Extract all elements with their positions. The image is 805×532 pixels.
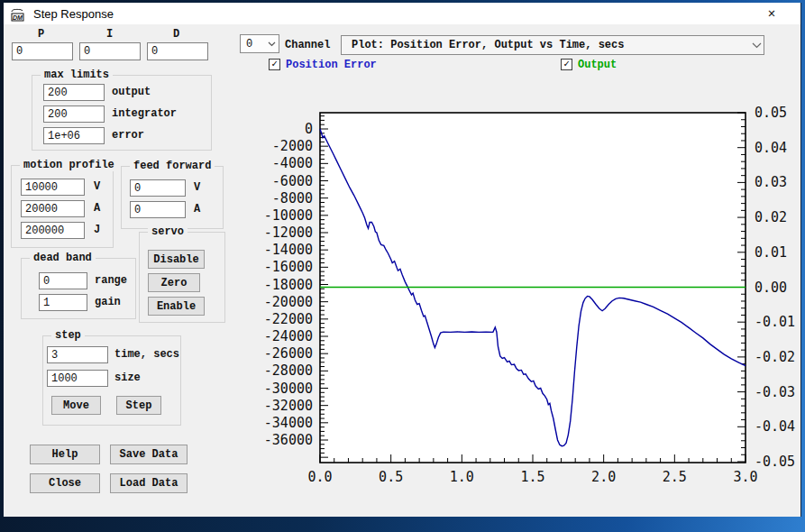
channel-label: Channel [285, 39, 330, 51]
dead-band-gain-input[interactable] [39, 294, 87, 311]
move-button[interactable]: Move [51, 396, 101, 415]
position-error-label: Position Error [286, 59, 377, 71]
svg-text:-22000: -22000 [264, 311, 313, 327]
svg-text:-10000: -10000 [264, 207, 313, 224]
close-icon[interactable]: ✕ [755, 3, 788, 24]
svg-text:0.02: 0.02 [755, 209, 787, 225]
ff-acceleration-label: A [194, 203, 200, 216]
svg-text:2.0: 2.0 [591, 469, 616, 485]
step-time-label: time, secs [114, 348, 179, 361]
max-output-label: output [112, 86, 151, 98]
d-input[interactable] [147, 42, 208, 60]
svg-text:0.00: 0.00 [755, 280, 787, 296]
svg-text:-2000: -2000 [272, 138, 313, 154]
servo-enable-button[interactable]: Enable [148, 297, 205, 316]
acceleration-input[interactable] [21, 200, 85, 217]
svg-text:-4000: -4000 [272, 155, 313, 171]
p-input[interactable] [12, 42, 73, 60]
feed-forward-group: feed forward [121, 166, 224, 229]
svg-text:3.0: 3.0 [733, 469, 757, 485]
plot-select[interactable]: Plot: Position Error, Output vs Time, se… [341, 35, 764, 55]
help-button[interactable]: Help [30, 445, 100, 464]
svg-text:1.5: 1.5 [520, 469, 544, 485]
svg-text:-16000: -16000 [264, 259, 313, 275]
save-data-button[interactable]: Save Data [110, 445, 188, 464]
step-button[interactable]: Step [116, 396, 161, 415]
svg-text:0.05: 0.05 [755, 105, 787, 121]
window-title: Step Response [33, 7, 114, 21]
svg-text:0.04: 0.04 [755, 140, 787, 156]
chevron-down-icon [749, 42, 764, 49]
svg-text:-14000: -14000 [264, 242, 313, 258]
max-error-label: error [112, 129, 144, 142]
i-input[interactable] [79, 42, 141, 60]
output-label: Output [578, 59, 617, 71]
svg-text:-24000: -24000 [264, 328, 313, 344]
svg-text:0.03: 0.03 [755, 174, 787, 190]
max-integrator-label: integrator [112, 107, 177, 120]
svg-text:-30000: -30000 [264, 381, 313, 397]
ff-acceleration-input[interactable] [130, 201, 186, 218]
chevron-down-icon [264, 41, 279, 47]
svg-text:-34000: -34000 [264, 415, 313, 431]
velocity-input[interactable] [21, 179, 85, 196]
svg-text:-0.02: -0.02 [755, 349, 795, 365]
step-size-input[interactable] [47, 370, 108, 387]
i-label: I [106, 28, 113, 41]
load-data-button[interactable]: Load Data [110, 473, 188, 493]
svg-text:0.5: 0.5 [379, 469, 403, 485]
svg-text:-26000: -26000 [264, 345, 313, 362]
ff-velocity-input[interactable] [130, 179, 186, 197]
svg-text:1.0: 1.0 [450, 469, 474, 485]
svg-text:-0.01: -0.01 [755, 314, 795, 330]
position-error-checkbox[interactable]: ✓ [269, 59, 280, 70]
svg-text:-36000: -36000 [264, 432, 313, 448]
svg-text:-12000: -12000 [264, 225, 313, 241]
servo-zero-button[interactable]: Zero [148, 273, 200, 292]
jerk-label: J [94, 224, 100, 236]
step-response-chart: 0-2000-4000-6000-8000-10000-12000-14000-… [252, 90, 802, 494]
svg-text:0: 0 [305, 121, 313, 137]
svg-text:-20000: -20000 [264, 294, 313, 310]
dead-band-range-input[interactable] [39, 272, 87, 289]
svg-text:-0.03: -0.03 [755, 384, 795, 400]
servo-disable-button[interactable]: Disable [148, 250, 205, 269]
p-label: P [38, 28, 44, 41]
svg-text:2.5: 2.5 [663, 469, 687, 485]
svg-text:-28000: -28000 [264, 362, 313, 379]
app-icon: DM [10, 6, 25, 22]
dead-band-gain-label: gain [95, 296, 121, 308]
step-size-label: size [114, 371, 141, 384]
dead-band-range-label: range [95, 274, 127, 287]
acceleration-label: A [94, 202, 100, 215]
close-button[interactable]: Close [30, 473, 100, 493]
svg-text:-32000: -32000 [264, 398, 313, 414]
svg-text:0.0: 0.0 [307, 469, 332, 485]
max-error-input[interactable] [43, 127, 105, 144]
ff-velocity-label: V [194, 181, 200, 194]
output-checkbox[interactable]: ✓ [561, 59, 572, 70]
svg-text:-6000: -6000 [272, 173, 313, 189]
svg-text:-0.05: -0.05 [755, 454, 795, 470]
desktop: { "window": { "title": "Step Response", … [0, 0, 805, 532]
svg-text:DM: DM [13, 14, 23, 20]
max-output-input[interactable] [43, 84, 105, 101]
svg-text:0.01: 0.01 [755, 244, 787, 261]
svg-text:-0.04: -0.04 [755, 418, 795, 435]
velocity-label: V [94, 180, 100, 193]
d-label: D [173, 28, 179, 41]
channel-select[interactable]: 0 [240, 34, 279, 53]
svg-text:-8000: -8000 [272, 190, 313, 206]
step-response-window: DM Step Response ✕ P I D 0 Channel Plot:… [4, 3, 801, 517]
svg-text:-18000: -18000 [264, 277, 313, 293]
jerk-input[interactable] [21, 222, 85, 239]
max-integrator-input[interactable] [43, 105, 105, 123]
title-bar: DM Step Response [4, 3, 800, 24]
step-time-input[interactable] [47, 346, 108, 363]
